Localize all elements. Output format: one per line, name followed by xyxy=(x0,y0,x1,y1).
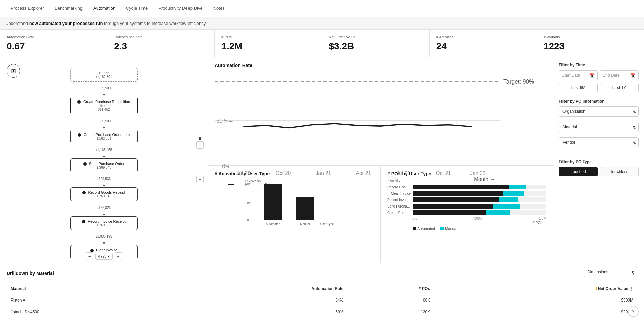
hbar-label-rg: Record Goods... xyxy=(387,185,413,189)
pos-y-label: ↑ Activity xyxy=(387,179,546,183)
kpi-strip: Automation Rate 0.67 Touches per Item 2.… xyxy=(0,30,644,57)
hbar-manual-cp xyxy=(486,210,510,215)
flow-node-create-pr[interactable]: Create Purchase Requisition Item 611,452 xyxy=(70,97,138,114)
touchless-btn[interactable]: Touchless xyxy=(600,167,639,176)
help-icon[interactable]: ? xyxy=(628,306,639,317)
table-row-jotachi[interactable]: Jotachi SN4500 69% 120K $290M xyxy=(7,306,637,318)
tab-cycle-time[interactable]: Cycle Time xyxy=(121,0,153,17)
pos-jotachi: 120K xyxy=(347,306,434,318)
hbar-track-sp xyxy=(413,204,546,209)
kpi-variants: # Variants 1223 xyxy=(537,30,644,57)
organization-dropdown-wrapper: Organization ▾ xyxy=(559,106,639,119)
dot-record-gr xyxy=(82,191,86,194)
organization-dropdown[interactable]: Organization ▾ xyxy=(559,106,639,117)
x-label-jan22: Jan 22 xyxy=(470,170,485,176)
kpi-activities-label: # Activities xyxy=(436,35,530,39)
x-label-1m: 1.0M xyxy=(539,217,546,220)
legend-automated-label: Automated xyxy=(417,227,435,231)
tab-process-explorer[interactable]: Process Explorer xyxy=(5,0,49,17)
material-jotachi: Jotachi SN4500 xyxy=(7,306,169,318)
flow-node-send-po[interactable]: Send Purchase Order 1,369,848 xyxy=(70,158,138,172)
process-flow-container: ⊞ + − ⬆ xyxy=(0,57,208,263)
process-filter-icon[interactable]: ⊞ xyxy=(7,64,20,78)
kpi-variants-value: 1223 xyxy=(544,41,637,52)
flow-node-record-gr[interactable]: Record Goods Receipt 1,769,912 xyxy=(70,187,138,201)
ar-line xyxy=(243,124,472,128)
x-label-0: 0.0 xyxy=(413,217,417,220)
vendor-dropdown-wrapper: Vendor ▾ xyxy=(559,137,639,150)
content-area: ⊞ + − ⬆ xyxy=(0,57,644,322)
hbar-manual-ci xyxy=(503,191,524,196)
zoom-value-display: 47% ▾ xyxy=(95,253,112,260)
zoom-in-btn[interactable]: + xyxy=(196,141,204,149)
tab-productivity-deep-dive[interactable]: Productivity Deep Dive xyxy=(153,0,208,17)
touched-btn[interactable]: Touched xyxy=(559,167,598,176)
nav-bar: Process Explorer Benchmarking Automation… xyxy=(0,0,644,17)
subtitle-text: Understand how automated your processes … xyxy=(5,21,206,26)
kpi-nov-label: Net Order Value xyxy=(329,35,423,39)
flow-node-record-ir[interactable]: Record Invoice Receipt 1,769,836 xyxy=(70,216,138,230)
hbar-manual-sp xyxy=(493,204,520,209)
x-label-oct21: Oct 21 xyxy=(436,170,451,176)
vendor-chevron: ▾ xyxy=(633,140,635,145)
flow-arrow-4: ↓629,536 xyxy=(97,173,111,187)
record-gr-label: Record Goods Receipt xyxy=(88,190,125,194)
y-0: 0.0 – xyxy=(245,218,251,222)
filter-po-type-title: Filter by PO Type xyxy=(559,159,639,164)
0pct-label: 0% – xyxy=(222,163,235,170)
hbar-label-ci: Clear Invoice xyxy=(387,192,413,195)
tab-automation[interactable]: Automation xyxy=(88,0,121,17)
ar-chart-svg: Target: 90% 50% – 0% – Jul 20 Oct 20 xyxy=(215,72,546,181)
drilldown-tbody: Piston A 64% 68K $300M Jotachi SN4500 69… xyxy=(7,294,637,318)
x-label-500k: 500K xyxy=(474,217,482,220)
dimensions-dropdown[interactable]: Dimensions ▾ xyxy=(584,267,637,277)
send-po-label: Send Purchase Order xyxy=(89,162,124,166)
start-date-input[interactable]: Start Date 📅 xyxy=(559,70,598,80)
organization-label: Organization xyxy=(562,109,585,114)
app-root: Process Explorer Benchmarking Automation… xyxy=(0,0,644,322)
flow-arrow-5: ↓162,326 xyxy=(97,202,111,216)
material-label: Material xyxy=(562,125,577,129)
pos-chart-panel: # POs by User Type ↑ Activity Record Goo… xyxy=(381,166,553,263)
tab-notes[interactable]: Notes xyxy=(208,0,230,17)
hbar-track-ri xyxy=(413,197,546,202)
flow-node-create-po[interactable]: Create Purchase Order Item 1,162,801 xyxy=(70,130,138,143)
legend-manual-label: Manual xyxy=(445,227,457,231)
x-label-manual: Manual xyxy=(300,222,310,226)
zoom-out-btn[interactable]: − xyxy=(196,176,204,183)
end-date-input[interactable]: End Date 📅 xyxy=(600,70,639,80)
kpi-net-order-value: Net Order Value $3.2B xyxy=(322,30,430,57)
arrow2-label: ↓609,500 xyxy=(97,119,111,123)
table-row-piston-a[interactable]: Piston A 64% 68K $300M xyxy=(7,294,637,306)
kpi-variants-label: # Variants xyxy=(544,35,637,39)
zoom-dropdown-icon[interactable]: ▾ xyxy=(108,254,110,259)
col-menu-icon[interactable]: ⋮ xyxy=(629,286,633,291)
hbar-track-cp xyxy=(413,210,546,215)
last-6m-btn[interactable]: Last 6M xyxy=(559,83,598,92)
flow-node-start[interactable]: ⬆ Start ↑1,182,801 xyxy=(70,68,138,82)
hbar-record-goods: Record Goods... xyxy=(387,185,546,189)
date-inputs-row: Start Date 📅 End Date 📅 xyxy=(559,70,639,80)
dot-clear-invoice xyxy=(90,249,94,252)
zoom-increase-btn[interactable]: + xyxy=(115,252,122,260)
col-net-order-value: ℹNet Order Value ⋮ xyxy=(434,284,637,294)
last-1y-btn[interactable]: Last 1Y xyxy=(600,83,639,92)
zoom-dot-full xyxy=(199,137,201,140)
vendor-dropdown[interactable]: Vendor ▾ xyxy=(559,137,639,147)
tab-benchmarking[interactable]: Benchmarking xyxy=(49,0,88,17)
x-label-jul21: Jul 21 xyxy=(396,170,410,176)
kpi-touches-label: Touches per Item xyxy=(114,35,208,39)
filter-po-info-title: Filter by PO Information xyxy=(559,99,639,104)
subtitle-bar: Understand how automated your processes … xyxy=(0,17,644,30)
flow-arrow-2: ↓609,500 xyxy=(97,115,111,129)
pos-piston-a: 68K xyxy=(347,294,434,306)
po-type-buttons: Touched Touchless xyxy=(559,167,639,176)
zoom-decrease-btn[interactable]: − xyxy=(86,252,93,260)
material-piston-a: Piston A xyxy=(7,294,169,306)
x-label-apr21: Apr 21 xyxy=(356,170,371,176)
drilldown-title: Drilldown by Material xyxy=(7,271,54,276)
kpi-activities-value: 24 xyxy=(436,41,530,52)
material-dropdown-wrapper: Material ▾ xyxy=(559,122,639,135)
material-dropdown[interactable]: Material ▾ xyxy=(559,122,639,132)
flow-arrow-7: ↓1,168,396 xyxy=(96,260,112,263)
